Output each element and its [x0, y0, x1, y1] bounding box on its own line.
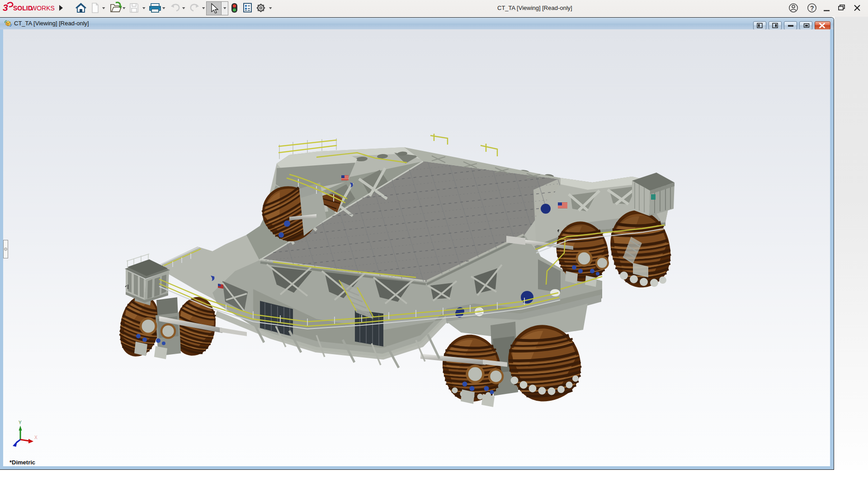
svg-text:Y: Y [19, 420, 22, 425]
svg-text:X: X [34, 435, 38, 440]
